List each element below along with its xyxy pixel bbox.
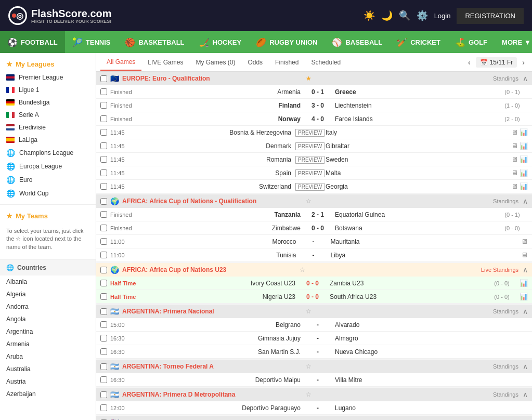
match-checkbox[interactable]: [100, 142, 107, 149]
collapse-afcon-u23[interactable]: ∧: [523, 266, 528, 274]
live-standings-link-afcon-u23[interactable]: Live Standings: [481, 267, 518, 273]
match-home: Deportivo Paraguayo: [139, 404, 305, 412]
league-header-arg-federal[interactable]: 🇦🇷 ARGENTINA: Torneo Federal A ☆ Standin…: [96, 360, 532, 373]
match-checkbox[interactable]: [100, 376, 107, 383]
fav-star-arg-primera[interactable]: ☆: [306, 308, 312, 315]
country-aruba[interactable]: Aruba: [0, 350, 96, 363]
country-australia[interactable]: Australia: [0, 363, 96, 375]
collapse-arg-primera[interactable]: ∧: [523, 307, 528, 316]
collapse-arg-federal[interactable]: ∧: [523, 362, 528, 371]
league-checkbox[interactable]: [100, 267, 107, 273]
nav-basketball[interactable]: 🏀 BASKETBALL: [118, 31, 191, 53]
login-button[interactable]: Login: [434, 12, 451, 20]
sidebar-item-premier-league[interactable]: Premier League: [0, 71, 96, 84]
tab-live-games[interactable]: LIVE Games: [141, 55, 189, 70]
match-checkbox[interactable]: [100, 321, 107, 328]
country-argentina[interactable]: Argentina: [0, 325, 96, 338]
league-header-aus-aleague[interactable]: 🇦🇺 AUSTRALIA: A-League ☆ Standings ∧: [96, 416, 532, 420]
nav-tennis-label: TENNIS: [86, 38, 111, 46]
fav-star-arg-federal[interactable]: ☆: [306, 363, 312, 370]
country-albania[interactable]: Albania: [0, 275, 96, 288]
standings-link-arg-primera-d[interactable]: Standings: [493, 391, 518, 398]
date-display[interactable]: 📅 15/11 Fr: [476, 57, 517, 68]
tab-my-games[interactable]: My Games (0): [189, 55, 241, 70]
collapse-afcon-qual[interactable]: ∧: [523, 197, 528, 205]
league-checkbox[interactable]: [100, 363, 107, 370]
fav-star-afcon-u23[interactable]: ☆: [300, 266, 305, 273]
sidebar-item-ligue1[interactable]: Ligue 1: [0, 84, 96, 96]
fav-star-euro-qual[interactable]: ★: [306, 75, 312, 82]
logo[interactable]: ◎ FlashScore.com FIRST TO DELIVER YOUR S…: [8, 6, 112, 25]
sidebar-item-champions-league[interactable]: 🌐 Champions League: [0, 146, 96, 160]
tab-all-games[interactable]: All Games: [100, 54, 141, 71]
settings-button[interactable]: ⚙️: [417, 10, 428, 21]
nav-football[interactable]: ⚽ FOOTBALL: [0, 31, 65, 53]
country-armenia[interactable]: Armenia: [0, 338, 96, 350]
sidebar-item-europa-league[interactable]: 🌐 Europa League: [0, 160, 96, 173]
match-checkbox[interactable]: [100, 335, 107, 342]
match-home: Armenia: [139, 88, 305, 96]
nav-tennis[interactable]: 🎾 TENNIS: [65, 31, 118, 53]
match-checkbox[interactable]: [100, 280, 107, 286]
match-checkbox[interactable]: [100, 88, 107, 95]
match-checkbox[interactable]: [100, 115, 107, 122]
sidebar-item-world-cup[interactable]: 🌐 World Cup: [0, 187, 96, 200]
league-checkbox[interactable]: [100, 391, 107, 398]
theme-toggle-dark[interactable]: 🌙: [381, 10, 393, 21]
standings-link-arg-federal[interactable]: Standings: [493, 363, 518, 370]
match-checkbox[interactable]: [100, 293, 107, 300]
match-checkbox[interactable]: [100, 156, 107, 163]
league-header-arg-primera[interactable]: 🇦🇷 ARGENTINA: Primera Nacional ☆ Standin…: [96, 305, 532, 318]
prev-date-button[interactable]: ‹: [465, 57, 474, 68]
next-date-button[interactable]: ›: [519, 57, 528, 68]
sidebar-item-laliga[interactable]: LaLiga: [0, 134, 96, 146]
tab-scheduled[interactable]: Scheduled: [305, 55, 347, 70]
theme-toggle-light[interactable]: ☀️: [364, 10, 375, 21]
match-checkbox[interactable]: [100, 225, 107, 231]
league-checkbox[interactable]: [100, 75, 107, 82]
tab-finished[interactable]: Finished: [269, 55, 305, 70]
nav-hockey[interactable]: 🏒 HOCKEY: [192, 31, 249, 53]
match-checkbox[interactable]: [100, 211, 107, 218]
league-header-euro-qual[interactable]: 🇪🇺 EUROPE: Euro - Qualification ★ Standi…: [96, 72, 532, 85]
league-header-afcon-u23[interactable]: 🌍 AFRICA: Africa Cup of Nations U23 ☆ Li…: [96, 263, 532, 277]
standings-link-arg-primera[interactable]: Standings: [493, 308, 518, 314]
nav-more[interactable]: MORE ▼: [495, 38, 532, 46]
nav-golf[interactable]: ⛳ GOLF: [448, 31, 495, 53]
match-checkbox[interactable]: [100, 252, 107, 258]
nav-baseball[interactable]: ⚾ BASEBALL: [325, 31, 390, 53]
my-leagues-label: My Leagues: [16, 60, 54, 68]
match-checkbox[interactable]: [100, 129, 107, 136]
match-checkbox[interactable]: [100, 102, 107, 109]
sidebar-item-eredivisie[interactable]: Eredivisie: [0, 121, 96, 134]
fav-star-arg-primera-d[interactable]: ☆: [306, 391, 312, 398]
main-layout: ★ My Leagues Premier League Ligue 1 Bund…: [0, 53, 532, 420]
country-andorra[interactable]: Andorra: [0, 300, 96, 313]
match-checkbox[interactable]: [100, 348, 107, 355]
nav-cricket[interactable]: 🏏 CRICKET: [390, 31, 448, 53]
league-header-afcon-qual[interactable]: 🌍 AFRICA: Africa Cup of Nations - Qualif…: [96, 194, 532, 208]
league-checkbox[interactable]: [100, 308, 107, 315]
collapse-arg-primera-d[interactable]: ∧: [523, 390, 528, 399]
sidebar-item-bundesliga[interactable]: Bundesliga: [0, 96, 96, 109]
sidebar-item-euro[interactable]: 🌐 Euro: [0, 173, 96, 187]
register-button[interactable]: REGISTRATION: [457, 8, 524, 24]
country-algeria[interactable]: Algeria: [0, 288, 96, 300]
sidebar-item-serie-a[interactable]: Serie A: [0, 109, 96, 121]
search-button[interactable]: 🔍: [399, 10, 410, 21]
country-azerbaijan[interactable]: Azerbaijan: [0, 388, 96, 400]
fav-star-afcon-qual[interactable]: ☆: [306, 198, 312, 205]
league-checkbox[interactable]: [100, 198, 107, 205]
match-checkbox[interactable]: [100, 169, 107, 176]
collapse-euro-qual[interactable]: ∧: [523, 74, 528, 83]
league-header-arg-primera-d[interactable]: 🇦🇷 ARGENTINA: Primera D Metropolitana ☆ …: [96, 388, 532, 401]
match-checkbox[interactable]: [100, 238, 107, 245]
match-checkbox[interactable]: [100, 183, 107, 190]
tab-odds[interactable]: Odds: [241, 55, 269, 70]
standings-link-afcon-qual[interactable]: Standings: [493, 198, 518, 204]
nav-rugby[interactable]: 🏉 RUGBY UNION: [249, 31, 325, 53]
country-angola[interactable]: Angola: [0, 313, 96, 325]
match-checkbox[interactable]: [100, 404, 107, 411]
standings-link-euro-qual[interactable]: Standings: [493, 75, 518, 82]
country-austria[interactable]: Austria: [0, 375, 96, 388]
